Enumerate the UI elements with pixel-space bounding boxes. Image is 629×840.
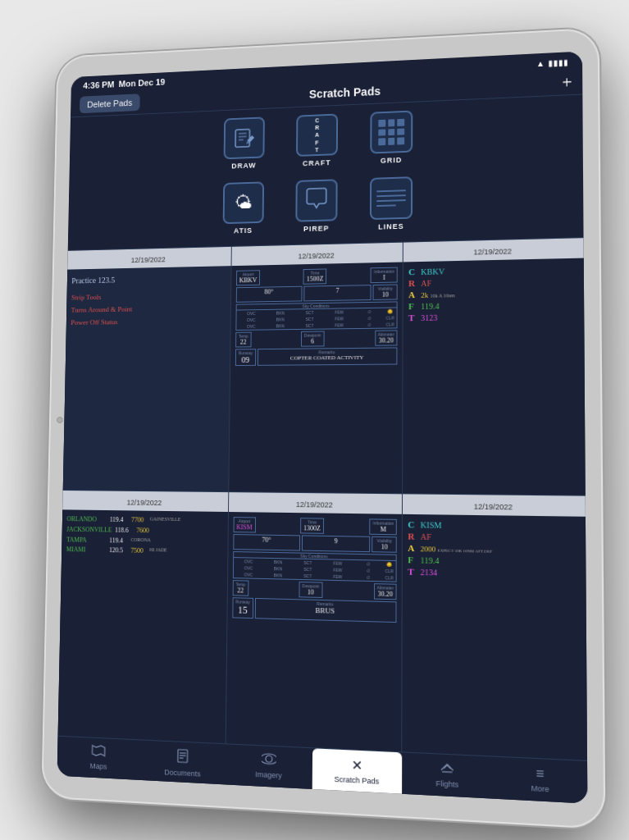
orlando-section: ORLANDO 119.4 7700 GAINESVILLE JACKSONVI… (66, 514, 222, 559)
battery-icon: ▮▮▮▮ (548, 57, 568, 67)
craft-c: C (408, 267, 418, 276)
pad-card-1-content: Practice 123.5 Strip Tools Turns Around … (62, 266, 230, 491)
draw-label: DRAW (231, 162, 256, 171)
craft2-row-t: T 2134 (408, 566, 581, 580)
delete-pads-button[interactable]: Delete Pads (80, 94, 140, 113)
freq-jax: 118.6 (115, 526, 134, 536)
alt-miami: 7500 (130, 546, 146, 557)
draw-icon (223, 116, 264, 159)
maps-label: Maps (89, 762, 107, 771)
craft-f: F (408, 301, 418, 311)
flights-label: Flights (435, 779, 458, 789)
craft-row-f: F 119.4 (408, 299, 579, 311)
craft-f-value: 119.4 (421, 302, 440, 311)
pad-card-4[interactable]: 12/19/2022 ORLANDO 119.4 7700 GAINESVILL… (57, 491, 227, 743)
craft-t: T (408, 313, 418, 322)
imagery-icon (261, 753, 276, 769)
pad-card-5-header: 12/19/2022 (228, 492, 402, 514)
tab-documents[interactable]: Documents (139, 740, 225, 784)
note-orlando: GAINESVILLE (149, 516, 180, 527)
craft-letters-2: C KISM R AF A 2000 EXPECT 10K 10NM AFT D… (408, 519, 581, 580)
airport-tampa: TAMPA (66, 535, 106, 546)
pad-type-lines[interactable]: LINES (369, 176, 412, 231)
pad-card-4-header: 12/19/2022 (62, 491, 228, 512)
craft-row-t: T 3123 (408, 310, 579, 322)
craft-icon: CRAFT (296, 114, 338, 157)
ipad-screen: 4:36 PM Mon Dec 19 ▲ ▮▮▮▮ Delete Pads Sc… (57, 52, 587, 804)
pad-type-pirep[interactable]: PIREP (295, 179, 337, 233)
craft-row-a: A 2k 10k A 10nm (408, 286, 579, 299)
scratch-pad-types: DRAW CRAFT CRAFT (67, 94, 583, 250)
tab-more[interactable]: ≡ More (493, 757, 587, 804)
pad-type-draw[interactable]: DRAW (223, 116, 264, 170)
svg-line-9 (442, 772, 453, 773)
craft2-f: F (408, 555, 417, 565)
pad-card-1-date: 12/19/2022 (130, 256, 165, 265)
note-miami: HI JADE (149, 547, 167, 558)
tab-scratch-pads[interactable]: ✕ Scratch Pads (312, 748, 401, 793)
craft2-f-value: 119.4 (420, 555, 439, 565)
pad-card-1[interactable]: 12/19/2022 Practice 123.5 Strip Tools Tu… (62, 247, 230, 491)
pad-card-6-header: 12/19/2022 (403, 494, 586, 516)
pad-type-atis[interactable]: 🌤 ATIS (222, 181, 264, 235)
pirep-icon (295, 179, 337, 221)
craft-t-value: 3123 (421, 313, 437, 322)
craft2-r-value: AF (420, 532, 431, 542)
craft2-a-value: 2000 EXPECT 10K 10NM AFT DEP (420, 545, 491, 555)
pad-type-row-2: 🌤 ATIS PIREP (222, 176, 412, 235)
lines-icon-container (369, 176, 412, 220)
pad-card-6[interactable]: 12/19/2022 C KISM R AF (402, 494, 586, 760)
craft-row-r: R AF (408, 275, 578, 288)
ipad-frame: 4:36 PM Mon Dec 19 ▲ ▮▮▮▮ Delete Pads Sc… (41, 27, 605, 829)
pad-type-craft[interactable]: CRAFT CRAFT (295, 114, 337, 168)
imagery-label: Imagery (255, 770, 281, 780)
tab-imagery[interactable]: Imagery (225, 744, 312, 789)
pad-card-3-date: 12/19/2022 (473, 247, 512, 256)
lines-icon (372, 185, 408, 212)
more-icon: ≡ (536, 766, 544, 783)
craft2-row-a: A 2000 EXPECT 10K 10NM AFT DEP (408, 543, 580, 556)
metar-form-1: Airport KBKV Time 1500Z Information I (235, 267, 398, 366)
pad-card-4-date: 12/19/2022 (126, 499, 162, 507)
craft-label: CRAFT (302, 158, 330, 167)
flights-icon (439, 761, 454, 778)
more-label: More (531, 784, 549, 794)
tab-maps[interactable]: Maps (57, 737, 140, 780)
pad-card-4-content: ORLANDO 119.4 7700 GAINESVILLE JACKSONVI… (57, 509, 227, 743)
tab-flights[interactable]: Flights (401, 752, 493, 798)
pirep-label: PIREP (303, 224, 328, 233)
alt-jax: 7600 (136, 526, 152, 536)
pad-card-3-content: C KBKV R AF A 2k 10k A 10nm (403, 258, 585, 495)
atis-icon: 🌤 (222, 181, 263, 224)
grid-label: GRID (380, 156, 401, 165)
status-time: 4:36 PM (83, 80, 114, 90)
freq-tampa: 119.4 (109, 536, 128, 546)
maps-icon (91, 745, 105, 760)
pad-card-6-content: C KISM R AF A 2000 EXPECT 10K 10NM AFT D… (402, 514, 586, 760)
pad-card-3[interactable]: 12/19/2022 C KBKV R AF (403, 238, 585, 495)
craft2-a: A (408, 543, 417, 554)
documents-label: Documents (164, 768, 200, 778)
metar-form-2: Airport KISM Time 1300Z Information M (231, 517, 396, 623)
alt-orlando: 7700 (130, 515, 146, 526)
add-pad-button[interactable]: + (562, 74, 572, 91)
grid-icon-container (370, 111, 412, 154)
wifi-icon: ▲ (536, 58, 544, 67)
pad-card-2-date: 12/19/2022 (298, 252, 334, 261)
craft-a-value: 2k 10k A 10nm (421, 290, 454, 299)
pad-type-grid[interactable]: GRID (370, 111, 412, 166)
pad-card-6-date: 12/19/2022 (473, 503, 512, 512)
svg-rect-0 (235, 130, 249, 148)
craft-r-value: AF (421, 279, 431, 288)
pad-card-5-content: Airport KISM Time 1300Z Information M (226, 512, 402, 751)
device-wrapper: 4:36 PM Mon Dec 19 ▲ ▮▮▮▮ Delete Pads Sc… (0, 0, 629, 840)
orlando-row-4: MIAMI 120.5 7500 HI JADE (66, 546, 222, 559)
camera-lens (57, 417, 63, 423)
craft-r: R (408, 278, 418, 288)
airport-miami: MIAMI (66, 546, 106, 556)
lines-label: LINES (378, 222, 404, 231)
pad-card-5[interactable]: 12/19/2022 Airport KISM Time (226, 492, 402, 751)
freq-orlando: 119.4 (109, 515, 128, 526)
atis-label: ATIS (233, 226, 252, 235)
pad-card-2[interactable]: 12/19/2022 Airport KBKV Time (228, 243, 402, 494)
